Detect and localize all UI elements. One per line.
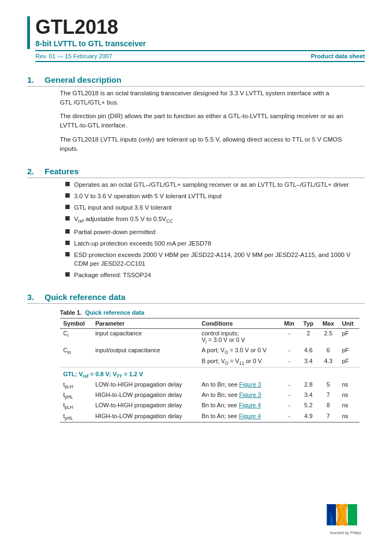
- section-3-title: Quick reference data: [45, 292, 125, 302]
- cell-max: 8: [318, 401, 339, 411]
- cell-conditions: Bn to An; see Figure 4: [198, 412, 279, 423]
- cell-typ: 5.2: [299, 401, 318, 411]
- cell-symbol: tpHL: [60, 390, 92, 401]
- section-2-title: Features: [45, 167, 79, 176]
- feature-item-7: ESD protection exceeds 2000 V HBM per JE…: [65, 250, 359, 268]
- col-conditions: Conditions: [198, 319, 279, 329]
- bullet-2: [65, 193, 70, 198]
- cell-unit: ns: [339, 412, 359, 423]
- cell-min: -: [280, 401, 299, 411]
- col-parameter: Parameter: [92, 319, 198, 329]
- section-1-number: 1.: [27, 75, 40, 84]
- section-row-label: GTL; Vref = 0.8 V; VTT = 1.2 V: [60, 367, 359, 380]
- cell-parameter: [92, 357, 198, 368]
- cell-min: -: [280, 346, 299, 356]
- table-section-row: GTL; Vref = 0.8 V; VTT = 1.2 V: [60, 367, 359, 380]
- cell-symbol: tpLH: [60, 401, 92, 411]
- nxp-logo: [327, 500, 365, 530]
- bullet-7: [65, 252, 70, 256]
- cell-symbol: tpHL: [60, 412, 92, 423]
- cell-min: -: [280, 329, 299, 346]
- feature-item-4: Vref adjustable from 0.5 V to 0.5VCC: [65, 215, 359, 224]
- section-1-content: The GTL2018 is an octal translating tran…: [60, 89, 359, 154]
- cell-typ: 4.6: [299, 346, 318, 356]
- figure-3-link-1[interactable]: Figure 3: [239, 381, 261, 388]
- section-3-content: Table 1. Quick reference data Symbol Par…: [60, 309, 359, 423]
- product-title: GTL2018: [35, 16, 365, 38]
- section-1-header: 1. General description: [27, 75, 365, 87]
- cell-conditions: An to Bn; see Figure 3: [198, 380, 279, 390]
- feature-text-7: ESD protection exceeds 2000 V HBM per JE…: [74, 250, 359, 268]
- cell-parameter: LOW-to-HIGH propagation delay: [92, 401, 198, 411]
- figure-3-link-2[interactable]: Figure 3: [239, 391, 261, 398]
- cell-min: -: [280, 357, 299, 368]
- section-2-number: 2.: [27, 167, 40, 176]
- rev-line: Rev. 01 — 15 February 2007 Product data …: [35, 50, 365, 62]
- section-3-number: 3.: [27, 292, 40, 302]
- bullet-3: [65, 205, 70, 209]
- feature-item-6: Latch-up protection exceeds 500 mA per J…: [65, 239, 359, 248]
- table-title-text: Quick reference data: [85, 309, 144, 316]
- cell-symbol: tpLH: [60, 380, 92, 390]
- reference-table: Symbol Parameter Conditions Min Typ Max …: [60, 318, 359, 423]
- cell-max: 2.5: [318, 329, 339, 346]
- blue-bar: [27, 16, 30, 49]
- table-row: tpHL HIGH-to-LOW propagation delay An to…: [60, 390, 359, 401]
- cell-typ: 3.4: [299, 390, 318, 401]
- feature-item-5: Partial power-down permitted: [65, 228, 359, 236]
- table-row: Cio input/output capacitance A port; VO …: [60, 346, 359, 356]
- header-content: GTL2018 8-bit LVTTL to GTL transceiver R…: [35, 16, 365, 62]
- cell-min: -: [280, 390, 299, 401]
- table-label: Table 1.: [60, 309, 85, 316]
- cell-symbol: Cio: [60, 346, 92, 356]
- cell-conditions: control inputs;Vi = 3.0 V or 0 V: [198, 329, 279, 346]
- col-max: Max: [318, 319, 339, 329]
- bullet-5: [65, 229, 70, 234]
- paragraph-2: The direction pin (DIR) allows the part …: [60, 112, 359, 131]
- feature-item-2: 3.0 V to 3.6 V operation with 5 V tolera…: [65, 192, 359, 200]
- cell-unit: pF: [339, 346, 359, 356]
- cell-max: 5: [318, 380, 339, 390]
- section-2-content: Operates as an octal GTL–/GTL/GTL+ sampl…: [60, 180, 359, 279]
- cell-max: 4.3: [318, 357, 339, 368]
- paragraph-3: The GTL2018 LVTTL inputs (only) are tole…: [60, 135, 359, 154]
- paragraph-1: The GTL2018 is an octal translating tran…: [60, 89, 359, 108]
- cell-unit: ns: [339, 390, 359, 401]
- cell-min: -: [280, 380, 299, 390]
- cell-conditions: Bn to An; see Figure 4: [198, 401, 279, 411]
- cell-parameter: HIGH-to-LOW propagation delay: [92, 412, 198, 423]
- svg-rect-13: [348, 505, 351, 525]
- feature-item-1: Operates as an octal GTL–/GTL/GTL+ sampl…: [65, 180, 359, 189]
- feature-text-2: 3.0 V to 3.6 V operation with 5 V tolera…: [74, 192, 222, 200]
- cell-max: 6: [318, 346, 339, 356]
- cell-min: -: [280, 412, 299, 423]
- features-list: Operates as an octal GTL–/GTL/GTL+ sampl…: [65, 180, 359, 279]
- table-row: tpLH LOW-to-HIGH propagation delay Bn to…: [60, 401, 359, 411]
- figure-4-link-1[interactable]: Figure 4: [239, 402, 261, 408]
- figure-4-link-2[interactable]: Figure 4: [239, 413, 261, 419]
- cell-max: 7: [318, 412, 339, 423]
- cell-conditions: A port; VO = 3.0 V or 0 V: [198, 346, 279, 356]
- feature-text-1: Operates as an octal GTL–/GTL/GTL+ sampl…: [74, 180, 349, 189]
- feature-text-4: Vref adjustable from 0.5 V to 0.5VCC: [74, 215, 173, 224]
- revision-text: Rev. 01 — 15 February 2007: [35, 53, 112, 59]
- cell-typ: 4.9: [299, 412, 318, 423]
- cell-symbol: [60, 357, 92, 368]
- cell-symbol: Ci: [60, 329, 92, 346]
- cell-typ: 3.4: [299, 357, 318, 368]
- cell-typ: 2.8: [299, 380, 318, 390]
- bullet-1: [65, 182, 70, 186]
- table-title: Table 1. Quick reference data: [60, 309, 359, 316]
- footer: founded by Philips: [327, 500, 365, 535]
- feature-item-3: GTL input and output 3.6 V tolerant: [65, 203, 359, 212]
- datasheet-label: Product data sheet: [311, 53, 365, 59]
- table-header-row: Symbol Parameter Conditions Min Typ Max …: [60, 319, 359, 329]
- col-symbol: Symbol: [60, 319, 92, 329]
- feature-text-8: Package offered: TSSOP24: [74, 271, 151, 279]
- col-typ: Typ: [299, 319, 318, 329]
- feature-text-5: Partial power-down permitted: [74, 228, 156, 236]
- table-row: tpLH LOW-to-HIGH propagation delay An to…: [60, 380, 359, 390]
- cell-max: 7: [318, 390, 339, 401]
- col-min: Min: [280, 319, 299, 329]
- product-subtitle: 8-bit LVTTL to GTL transceiver: [35, 39, 365, 48]
